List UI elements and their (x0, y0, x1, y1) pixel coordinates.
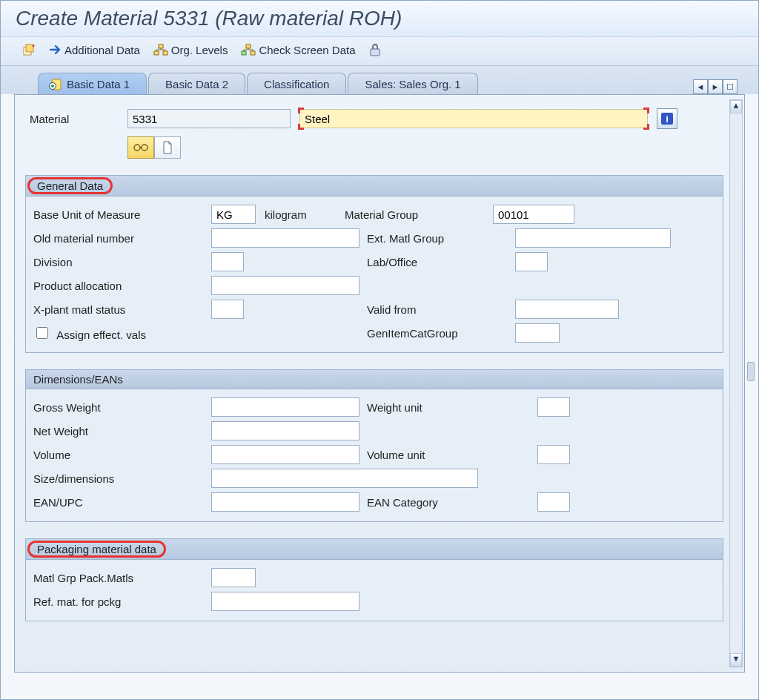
division-label: Division (33, 256, 211, 268)
prod-alloc-input[interactable] (211, 276, 359, 295)
assign-eff-cell: Assign effect. vals (33, 325, 211, 341)
tab-list-button[interactable]: ☐ (723, 79, 738, 94)
glasses-button[interactable] (127, 136, 154, 159)
gen-item-label: GenItemCatGroup (367, 327, 515, 340)
material-label: Material (30, 113, 119, 125)
document-icon (162, 141, 173, 154)
tab-label: Classification (264, 78, 329, 90)
arrow-right-icon (50, 44, 62, 55)
tab-prev-button[interactable]: ◄ (693, 79, 708, 94)
xplant-input[interactable] (211, 300, 244, 319)
old-matnr-label: Old material number (33, 232, 211, 245)
ean-label: EAN/UPC (33, 496, 211, 509)
hierarchy-icon (153, 44, 168, 56)
gross-weight-input[interactable] (211, 397, 359, 417)
volume-unit-input[interactable] (537, 445, 570, 464)
tab-basic-data-1[interactable]: Basic Data 1 (38, 73, 147, 95)
tab-sales-org-1[interactable]: Sales: Sales Org. 1 (348, 73, 477, 95)
assign-eff-checkbox[interactable] (36, 327, 48, 339)
scroll-down-icon[interactable]: ▼ (730, 653, 742, 667)
lab-office-label: Lab/Office (367, 256, 515, 268)
group-dimensions-eans: Dimensions/EANs Gross Weight Weight unit… (25, 369, 723, 522)
ext-matl-group-input[interactable] (515, 228, 671, 248)
ext-matl-group-label: Ext. Matl Group (367, 232, 515, 245)
lock-icon (369, 43, 381, 56)
material-group-input[interactable] (493, 205, 574, 224)
matl-grp-pack-input[interactable] (211, 568, 256, 587)
org-levels-button[interactable]: Org. Levels (153, 44, 228, 56)
volume-unit-label: Volume unit (367, 449, 537, 461)
tab-active-icon (49, 79, 62, 90)
base-uom-text: kilogram (256, 208, 345, 221)
app-toolbar: Additional Data Org. Levels Check Screen… (1, 37, 758, 66)
net-weight-input[interactable] (211, 421, 359, 440)
material-header-row: Material i (25, 105, 723, 133)
tabstrip: Basic Data 1 Basic Data 2 Classification… (1, 66, 758, 94)
group-header-dims: Dimensions/EANs (26, 370, 723, 389)
svg-rect-3 (154, 51, 159, 55)
check-screen-label: Check Screen Data (259, 44, 355, 56)
titlebar: Create Material 5331 (Raw material ROH) (1, 1, 758, 37)
additional-data-label: Additional Data (64, 44, 140, 56)
ean-input[interactable] (211, 492, 359, 512)
info-button[interactable]: i (657, 108, 677, 129)
content-area: ▲ ▼ Material i (14, 94, 745, 673)
tab-basic-data-2[interactable]: Basic Data 2 (148, 73, 245, 95)
volume-input[interactable] (211, 445, 359, 464)
lock-button[interactable] (369, 43, 381, 56)
scrollbar[interactable]: ▲ ▼ (729, 99, 743, 667)
group-general-data: General Data Base Unit of Measure kilogr… (25, 175, 723, 353)
tab-label: Basic Data 1 (67, 78, 130, 90)
general-data-heading: General Data (27, 177, 113, 194)
assign-eff-label: Assign effect. vals (56, 328, 146, 341)
tabs-pager: ◄ ► ☐ (693, 79, 743, 94)
gen-item-input[interactable] (515, 323, 560, 343)
weight-unit-label: Weight unit (367, 401, 537, 414)
base-uom-label: Base Unit of Measure (33, 208, 211, 221)
material-description-input[interactable] (299, 109, 648, 128)
ref-mat-pckg-label: Ref. mat. for pckg (33, 595, 211, 608)
gross-weight-label: Gross Weight (33, 401, 211, 414)
group-packaging: Packaging material data Matl Grp Pack.Ma… (25, 538, 723, 621)
svg-rect-8 (371, 49, 380, 56)
volume-label: Volume (33, 449, 211, 461)
additional-data-button[interactable]: Additional Data (50, 44, 140, 56)
tab-classification[interactable]: Classification (247, 73, 346, 95)
check-screen-button[interactable]: Check Screen Data (241, 44, 355, 56)
scroll-up-icon[interactable]: ▲ (730, 100, 742, 113)
svg-rect-2 (159, 44, 163, 48)
org-levels-label: Org. Levels (171, 44, 228, 56)
material-group-label: Material Group (345, 208, 493, 221)
size-label: Size/dimensions (33, 472, 211, 485)
material-id-field (127, 109, 291, 128)
svg-rect-4 (163, 51, 168, 55)
svg-point-14 (134, 145, 140, 151)
base-uom-input[interactable] (211, 205, 256, 224)
xplant-label: X-plant matl status (33, 303, 211, 316)
division-input[interactable] (211, 252, 244, 271)
svg-point-15 (142, 145, 148, 151)
ean-cat-input[interactable] (537, 492, 570, 512)
group-header-general: General Data (26, 176, 723, 197)
svg-rect-5 (246, 44, 251, 48)
lab-office-input[interactable] (515, 252, 548, 271)
svg-rect-6 (242, 51, 246, 55)
ean-cat-label: EAN Category (367, 496, 537, 509)
page-title: Create Material 5331 (Raw material ROH) (16, 7, 743, 30)
weight-unit-input[interactable] (537, 397, 570, 417)
svg-text:i: i (666, 113, 669, 125)
size-input[interactable] (211, 469, 478, 488)
info-icon: i (660, 112, 674, 125)
tab-next-button[interactable]: ► (708, 79, 723, 94)
create-views-button[interactable] (23, 43, 36, 56)
valid-from-input[interactable] (515, 300, 619, 319)
ref-mat-pckg-input[interactable] (211, 592, 359, 611)
new-text-button[interactable] (154, 136, 181, 159)
svg-rect-7 (251, 51, 255, 55)
tab-label: Sales: Sales Org. 1 (365, 78, 460, 90)
packaging-heading: Packaging material data (27, 541, 166, 558)
check-hierarchy-icon (241, 44, 256, 56)
group-header-packaging: Packaging material data (26, 539, 723, 560)
tab-label: Basic Data 2 (165, 78, 228, 90)
old-matnr-input[interactable] (211, 228, 359, 248)
